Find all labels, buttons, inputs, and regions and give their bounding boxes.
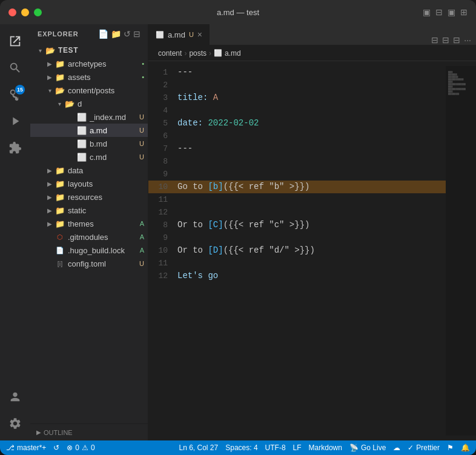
line-num-12: 12 (148, 206, 177, 219)
sidebar-item-a-md[interactable]: ▶ ⬜ a.md U (30, 124, 148, 137)
new-folder-icon[interactable]: 📁 (111, 29, 121, 39)
line-content-2 (177, 79, 446, 91)
sidebar-item-hugo-lock[interactable]: ▶ 📄 .hugo_build.lock A (30, 244, 148, 257)
status-eol[interactable]: LF (293, 443, 302, 452)
sidebar-item-c-md[interactable]: ▶ ⬜ c.md U (30, 150, 148, 164)
sidebar-item-static[interactable]: ▶ 📁 static (30, 204, 148, 217)
tab-a-md[interactable]: ⬜ a.md U × (148, 24, 210, 45)
sidebar-item-archetypes[interactable]: ▶ 📁 archetypes • (30, 57, 148, 70)
status-spaces[interactable]: Spaces: 4 (225, 443, 257, 452)
new-file-icon[interactable]: 📄 (98, 29, 108, 39)
traffic-lights (8, 8, 42, 16)
collapse-icon[interactable]: ⊟ (133, 29, 140, 39)
outline-arrow: ▶ (36, 429, 41, 436)
status-sync[interactable]: ↺ (53, 443, 59, 452)
layout-icon-1[interactable]: ▣ (423, 7, 431, 17)
outline-panel[interactable]: ▶ OUTLINE (30, 423, 148, 440)
code-line-6: 6 (148, 130, 446, 142)
index-md-badge: U (139, 113, 144, 121)
activity-item-extensions[interactable] (3, 136, 27, 160)
code-editor[interactable]: 1 --- 2 3 title: A 4 (148, 61, 476, 440)
more-actions-icon[interactable]: ··· (464, 35, 471, 45)
tab-a-md-close[interactable]: × (197, 30, 202, 39)
themes-arrow: ▶ (45, 219, 55, 228)
layout-icon-2[interactable]: ⊟ (435, 7, 443, 17)
activity-item-run[interactable] (3, 109, 27, 133)
token: ({{< ref "c" >}}) (223, 220, 310, 230)
status-prettier[interactable]: ✓ Prettier (408, 443, 440, 452)
status-bell[interactable]: 🔔 (461, 443, 470, 452)
sidebar-item-assets[interactable]: ▶ 📁 assets • (30, 70, 148, 84)
status-cursor[interactable]: Ln 6, Col 27 (179, 443, 218, 452)
main-area: 15 (0, 24, 476, 440)
golive-icon: 📡 (349, 443, 359, 452)
activity-item-accounts[interactable] (3, 385, 27, 409)
sidebar-item-config-toml[interactable]: ▶ [i] config.toml U (30, 257, 148, 270)
status-format[interactable]: ☁ (393, 443, 400, 452)
sidebar-item-data[interactable]: ▶ 📁 data (30, 164, 148, 177)
line-content-3: title: A (177, 91, 446, 104)
content-folder-icon: 📂 (55, 85, 65, 96)
tree-root[interactable]: ▾ 📂 TEST (30, 44, 148, 57)
assets-badge: • (142, 73, 144, 81)
warning-icon: ⚠ (82, 443, 88, 452)
breadcrumb-content[interactable]: content (158, 49, 182, 58)
close-button[interactable] (8, 8, 16, 16)
sidebar-item-content[interactable]: ▾ 📂 content/posts (30, 84, 148, 97)
token: [D] (208, 245, 223, 255)
sidebar-item-layouts[interactable]: ▶ 📁 layouts (30, 177, 148, 190)
token: date: (177, 118, 203, 128)
token: --- (177, 67, 193, 77)
data-label: data (68, 166, 148, 175)
split-right-icon[interactable]: ⊟ (442, 35, 449, 45)
close-panel-icon[interactable]: ⊟ (453, 35, 460, 45)
status-golive[interactable]: 📡 Go Live (349, 443, 386, 452)
sidebar-item-b-md[interactable]: ▶ ⬜ b.md U (30, 137, 148, 150)
layout-icon-4[interactable]: ⊞ (460, 7, 468, 17)
c-md-icon: ⬜ (76, 151, 87, 162)
status-encoding[interactable]: UTF-8 (265, 443, 286, 452)
refresh-icon[interactable]: ↺ (124, 29, 131, 39)
data-arrow: ▶ (45, 165, 55, 175)
tab-bar: ⬜ a.md U × ⊟ ⊟ ⊟ ··· (148, 24, 476, 45)
line-num-3: 3 (148, 91, 177, 104)
status-feedback[interactable]: ⚑ (447, 443, 454, 452)
line-content-10: Go to [b]({{< ref "b" >}}) (177, 181, 446, 193)
status-bar: ⎇ master*+ ↺ ⊗ 0 ⚠ 0 Ln 6, Col 27 Spaces… (0, 440, 476, 455)
sidebar-item-gitmodules[interactable]: ▶ ⬡ .gitmodules A (30, 230, 148, 244)
layout-icon-3[interactable]: ▣ (448, 7, 455, 17)
sidebar-item-resources[interactable]: ▶ 📁 resources (30, 190, 148, 204)
activity-item-scm[interactable]: 15 (3, 82, 27, 107)
activity-item-explorer[interactable] (3, 29, 27, 53)
feedback-icon: ⚑ (447, 443, 454, 452)
activity-item-search[interactable] (3, 56, 27, 80)
breadcrumb-posts[interactable]: posts (189, 49, 207, 58)
outline-label: OUTLINE (44, 429, 73, 436)
maximize-button[interactable] (34, 8, 42, 16)
assets-folder-icon: 📁 (55, 71, 65, 82)
activity-item-settings[interactable] (3, 411, 27, 436)
config-toml-label: config.toml (68, 259, 139, 268)
breadcrumb-file[interactable]: a.md (225, 49, 241, 58)
status-language[interactable]: Markdown (309, 443, 342, 452)
d-label: d (78, 99, 148, 108)
line-content-1: --- (177, 66, 446, 79)
gitmodules-icon: ⬡ (55, 231, 65, 242)
line-content-7: --- (177, 142, 446, 155)
split-editor-icon[interactable]: ⊟ (431, 35, 438, 45)
status-branch[interactable]: ⎇ master*+ (6, 443, 46, 452)
sidebar-item-d[interactable]: ▾ 📂 d (30, 97, 148, 110)
status-errors[interactable]: ⊗ 0 ⚠ 0 (67, 443, 94, 452)
b-md-label: b.md (90, 139, 139, 148)
minimize-button[interactable] (21, 8, 29, 16)
token: Let's go (177, 271, 218, 281)
static-folder-icon: 📁 (55, 205, 65, 216)
code-line-10: 10 Go to [b]({{< ref "b" >}}) (148, 181, 446, 193)
themes-folder-icon: 📁 (55, 218, 65, 229)
c-md-label: c.md (90, 153, 139, 162)
sidebar-item-index-md[interactable]: ▶ ⬜ _index.md U (30, 110, 148, 124)
token: --- (177, 144, 193, 153)
sidebar-item-themes[interactable]: ▶ 📁 themes A (30, 217, 148, 230)
line-num-4: 4 (148, 104, 177, 117)
line-num-15: 10 (148, 244, 177, 257)
